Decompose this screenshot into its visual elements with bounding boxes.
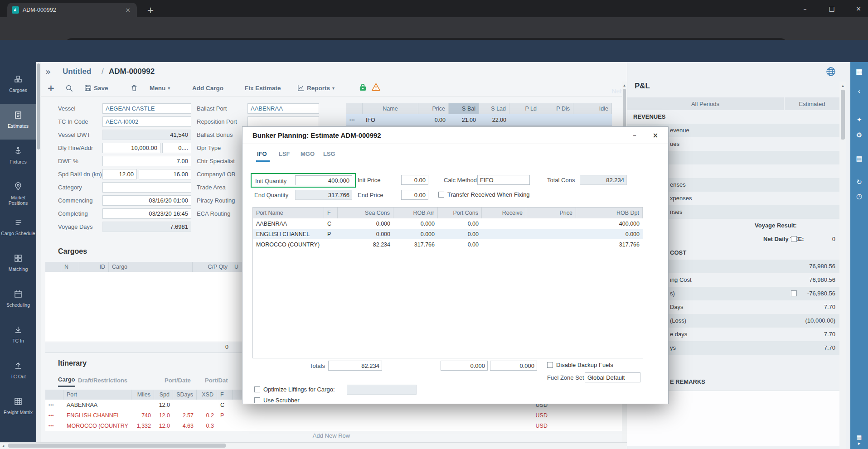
itinerary-tab-port-date[interactable]: Port/Date <box>165 373 191 387</box>
dialog-titlebar[interactable]: Bunker Planning: Estimate ADM-000992 – × <box>242 127 668 144</box>
fuel-price-cell[interactable]: 0.00 <box>418 114 449 126</box>
bunker-robdpt-cell[interactable]: 400.000 <box>576 221 643 227</box>
add-cargo-button[interactable]: Add Cargo <box>192 82 223 93</box>
grid-small-icon[interactable]: ▦ <box>850 434 868 440</box>
dwf-field[interactable]: 7.00 <box>102 156 191 166</box>
fuel-grid-col[interactable]: P Dis <box>540 103 573 114</box>
pnl-value-header[interactable]: Estimated <box>785 97 839 110</box>
itin-spd-cell[interactable]: 12.0 <box>154 420 173 431</box>
expand-panel-icon[interactable]: » <box>45 66 51 77</box>
bunker-f-cell[interactable]: C <box>324 221 338 227</box>
itin-sdays-cell[interactable] <box>173 400 197 410</box>
itin-spd-cell[interactable]: 12.0 <box>154 400 173 410</box>
sidebar-item-tc-in[interactable]: TC In <box>0 319 36 354</box>
bunker-f-cell[interactable]: P <box>324 231 338 237</box>
bunker-col[interactable]: ROB Arr <box>393 208 438 218</box>
fix-estimate-button[interactable]: Fix Estimate <box>245 82 281 93</box>
fuel-slad-cell[interactable]: 22.00 <box>479 114 509 126</box>
bunker-seacons-cell[interactable]: 0.000 <box>338 221 393 227</box>
sidebar-item-matching[interactable]: Matching <box>0 247 36 283</box>
bunker-port-cell[interactable]: MOROCCO (COUNTRY) <box>253 241 324 248</box>
cargoes-col[interactable]: N <box>61 262 79 272</box>
speed-ballast-field[interactable]: 12.00 <box>102 169 137 179</box>
fuel-pdis-cell[interactable] <box>540 114 573 126</box>
net-daily-tce-checkbox[interactable] <box>791 236 797 242</box>
itin-port-cell[interactable]: AABENRAA <box>63 400 131 410</box>
bunker-col[interactable]: Price <box>526 208 576 218</box>
sparkle-icon[interactable]: ✦ <box>850 116 868 123</box>
itinerary-tab-port-dat2[interactable]: Port/Dat <box>205 373 228 387</box>
commencing-field[interactable]: 03/16/20 01:00 <box>102 195 191 206</box>
disable-backup-option[interactable]: Disable Backup Fuels <box>547 362 613 368</box>
window-minimize-button[interactable]: – <box>796 3 814 14</box>
sidebar-item-tc-out[interactable]: TC Out <box>0 354 36 390</box>
itin-spd-cell[interactable]: 12.0 <box>154 410 173 420</box>
itin-col[interactable]: Spd <box>154 390 173 400</box>
row-menu-icon[interactable]: ••• <box>45 410 63 420</box>
itin-currency-cell[interactable]: USD <box>515 410 551 420</box>
speed-laden-field[interactable]: 16.00 <box>139 169 191 179</box>
bunker-seacons-cell[interactable]: 82.234 <box>338 241 393 248</box>
pnl-period-header[interactable]: All Periods <box>627 97 784 110</box>
itin-miles-cell[interactable] <box>131 400 154 410</box>
itin-port-cell[interactable]: ENGLISH CHANNEL <box>63 410 131 420</box>
init-price-field[interactable]: 0.00 <box>401 175 428 185</box>
bunker-port-cell[interactable]: ENGLISH CHANNEL <box>253 231 324 237</box>
bunker-row[interactable]: AABENRAA C 0.000 0.000 0.00 400.000 <box>253 218 643 229</box>
bunker-portcons-cell[interactable]: 0.00 <box>438 231 482 237</box>
bunker-tab-lsf[interactable]: LSF <box>279 150 290 157</box>
end-price-field[interactable]: 0.00 <box>401 190 428 200</box>
clock-icon[interactable]: ◷ <box>850 192 868 200</box>
sidebar-item-freight-matrix[interactable]: Freight Matrix <box>0 390 36 426</box>
itin-col[interactable]: Miles <box>131 390 154 400</box>
itin-xsd-cell[interactable] <box>197 400 217 410</box>
itin-sdays-cell[interactable]: 4.63 <box>173 420 197 431</box>
fuel-grid-col[interactable]: Idle <box>573 103 612 114</box>
row-menu-icon[interactable]: ••• <box>45 400 63 410</box>
add-row-plus-icon[interactable]: + <box>47 82 55 93</box>
sync-icon[interactable]: ↻ <box>850 178 868 186</box>
fuel-grid-col[interactable]: S Lad <box>479 103 509 114</box>
new-tab-icon[interactable]: + <box>144 4 157 16</box>
itin-currency-cell[interactable]: USD <box>515 420 551 431</box>
sidebar-item-cargo-schedule[interactable]: Cargo Schedule <box>0 211 36 247</box>
bunker-seacons-cell[interactable]: 0.000 <box>338 231 393 237</box>
itin-sdays-cell[interactable]: 2.57 <box>173 410 197 420</box>
row-menu-icon[interactable]: ••• <box>45 420 63 431</box>
scroll-up-icon[interactable]: ▴ <box>622 83 627 87</box>
reports-button[interactable]: Reports ▾ <box>297 82 335 93</box>
collapse-panel-icon[interactable]: ‹ <box>850 87 868 96</box>
sidebar-item-fixtures[interactable]: Fixtures <box>0 140 36 175</box>
sidebar-scrollbar-thumb[interactable] <box>37 63 40 150</box>
disable-backup-checkbox[interactable] <box>547 362 553 368</box>
itin-f-cell[interactable]: C <box>217 400 233 410</box>
fuel-sbal-cell[interactable]: 21.00 <box>449 114 479 126</box>
itinerary-row[interactable]: ••• ENGLISH CHANNEL 740 12.0 2.57 0.2 P … <box>45 410 622 420</box>
bunker-robarr-cell[interactable]: 317.766 <box>393 241 438 248</box>
bunker-row[interactable]: MOROCCO (COUNTRY) 82.234 317.766 0.00 31… <box>253 239 643 250</box>
bunker-tab-mgo[interactable]: MGO <box>301 150 315 157</box>
itin-col[interactable]: Port <box>63 390 131 400</box>
optimize-liftings-checkbox[interactable] <box>254 386 260 392</box>
bunker-port-cell[interactable]: AABENRAA <box>253 221 324 227</box>
fuel-name-cell[interactable]: IFO <box>363 114 418 126</box>
itin-xsd-cell[interactable]: 0.2 <box>197 410 217 420</box>
browser-tab[interactable]: ADM-000992 × <box>7 3 137 17</box>
dialog-minimize-icon[interactable]: – <box>629 130 640 140</box>
itin-miles-cell[interactable]: 1,332 <box>131 420 154 431</box>
save-button[interactable]: Save <box>84 82 108 93</box>
sidebar-item-cargoes[interactable]: Cargoes <box>0 68 36 104</box>
init-quantity-input[interactable] <box>295 175 352 185</box>
vessel-field[interactable]: AEGEAN CASTLE <box>102 103 191 114</box>
tc-in-code-field[interactable]: AECA-I0002 <box>102 116 191 127</box>
category-field[interactable] <box>102 182 191 193</box>
add-new-row-button[interactable]: Add New Row <box>41 432 622 439</box>
itin-miles-cell[interactable]: 740 <box>131 410 154 420</box>
settings-gear-icon[interactable]: ⚙ <box>850 131 868 139</box>
bunker-robarr-cell[interactable]: 0.000 <box>393 231 438 237</box>
bunker-col[interactable]: F <box>324 208 338 218</box>
fuel-grid-col[interactable]: Name <box>363 103 418 114</box>
itin-col[interactable]: XSD <box>197 390 217 400</box>
use-scrubber-checkbox[interactable] <box>254 397 260 403</box>
tab-close-icon[interactable]: × <box>123 6 132 14</box>
